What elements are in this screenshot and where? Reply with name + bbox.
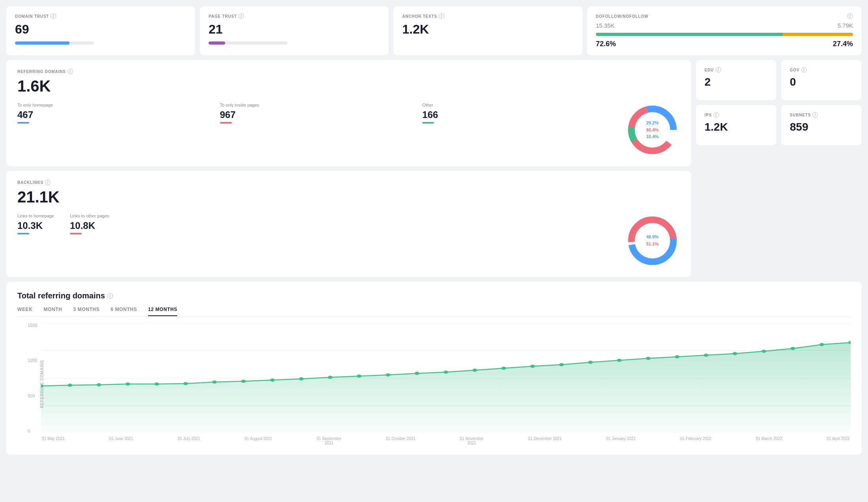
dofollow-counts: 15.35K 5.79K — [596, 22, 853, 29]
ref-stat-homepage-label: To only homepage — [17, 102, 220, 108]
y-ticks: 0 500 1000 1500 — [28, 323, 37, 433]
x-label-1: 01 June 2021 — [109, 436, 133, 445]
domain-trust-info-icon[interactable]: i — [51, 13, 56, 19]
backlinks-value: 21.1K — [17, 188, 680, 206]
backlinks-stats: Links to homepage 10.3K Links to other p… — [17, 213, 615, 234]
small-stats-bottom-row: IPS i 1.2K SUBNETS i 859 — [696, 105, 862, 145]
x-label-2: 01 July 2021 — [178, 436, 200, 445]
domain-trust-value: 69 — [15, 22, 186, 37]
chart-svg — [41, 323, 851, 433]
ref-stat-inside-label: To only inside pages — [220, 102, 423, 108]
backlinks-other-pages: Links to other pages 10.8K — [70, 213, 109, 234]
svg-point-12 — [126, 382, 130, 386]
tab-3months[interactable]: 3 MONTHS — [73, 307, 100, 316]
edu-label: EDU i — [705, 67, 768, 73]
chart-info-icon[interactable]: i — [107, 293, 113, 299]
ref-stat-homepage-value: 467 — [17, 109, 220, 120]
referring-domains-label: REFERRING DOMAINS i — [17, 69, 680, 74]
svg-point-33 — [733, 352, 737, 355]
ref-stat-inside-value: 967 — [220, 109, 423, 120]
anchor-texts-info-icon[interactable]: i — [439, 13, 444, 19]
page-trust-value: 21 — [209, 22, 380, 37]
ips-info-icon[interactable]: i — [714, 112, 719, 118]
chart-section: Total referring domains i WEEK MONTH 3 M… — [6, 282, 862, 455]
dofollow-bar-green — [596, 33, 783, 36]
page-trust-bar — [209, 41, 287, 45]
backlinks-donut-pct2: 51.1% — [646, 241, 658, 248]
dofollow-bar-orange — [783, 33, 853, 36]
svg-point-23 — [443, 371, 448, 374]
svg-point-25 — [502, 367, 506, 370]
svg-point-26 — [530, 365, 535, 368]
donut-label: 29.2% 60.4% 10.4% — [646, 120, 658, 140]
tab-12months[interactable]: 12 MONTHS — [148, 307, 177, 316]
small-stats-panel: EDU i 2 GOV i 0 IPS i — [696, 60, 862, 277]
dofollow-bar — [596, 33, 853, 36]
svg-point-31 — [675, 355, 680, 358]
chart-svg-wrap: 01 May 2021 01 June 2021 01 July 2021 01… — [41, 323, 851, 445]
tab-month[interactable]: MONTH — [43, 307, 62, 316]
svg-point-27 — [559, 363, 564, 366]
gov-label: GOV i — [790, 67, 853, 73]
x-label-10: 01 March 2022 — [756, 436, 782, 445]
x-label-11: 01 April 2022 — [827, 436, 850, 445]
svg-point-14 — [183, 382, 188, 385]
gov-value: 0 — [790, 76, 853, 88]
y-tick-500: 500 — [28, 393, 37, 398]
subnets-info-icon[interactable]: i — [812, 112, 818, 118]
dofollow-right-count: 5.79K — [838, 22, 853, 29]
backlinks-homepage: Links to homepage 10.3K — [17, 213, 54, 234]
ips-card: IPS i 1.2K — [696, 105, 776, 145]
referring-domains-stats: To only homepage 467 To only inside page… — [17, 102, 680, 157]
x-label-7: 01 December 2021 — [528, 436, 562, 445]
dofollow-label: DOFOLLOW/NOFOLLOW i — [596, 13, 853, 19]
svg-point-21 — [386, 373, 391, 376]
svg-point-18 — [299, 377, 304, 380]
page-trust-bar-fill — [209, 41, 225, 45]
x-label-0: 01 May 2021 — [42, 436, 65, 445]
backlinks-homepage-label: Links to homepage — [17, 213, 54, 219]
tab-week[interactable]: WEEK — [17, 307, 32, 316]
backlinks-card: BACKLINKS i 21.1K Links to homepage 10.3… — [6, 171, 691, 277]
x-label-5: 01 October 2021 — [386, 436, 415, 445]
svg-point-34 — [762, 350, 767, 353]
subnets-card: SUBNETS i 859 — [781, 105, 862, 145]
tab-6months[interactable]: 6 MONTHS — [111, 307, 137, 316]
page-trust-card: PAGE TRUST i 21 — [200, 6, 389, 55]
svg-point-20 — [357, 375, 362, 378]
referring-domains-info-icon[interactable]: i — [68, 69, 73, 74]
ref-stat-other-bar — [422, 122, 434, 124]
gov-card: GOV i 0 — [781, 60, 862, 100]
donut-pct3: 10.4% — [646, 133, 658, 140]
dofollow-info-icon[interactable]: i — [847, 13, 853, 19]
edu-value: 2 — [705, 76, 768, 88]
small-stats-top-row: EDU i 2 GOV i 0 — [696, 60, 862, 100]
donut-pct1: 29.2% — [646, 120, 658, 127]
svg-point-15 — [212, 380, 217, 384]
ref-stat-homepage: To only homepage 467 — [17, 102, 220, 124]
domain-trust-card: DOMAIN TRUST i 69 — [6, 6, 195, 55]
page-trust-info-icon[interactable]: i — [239, 13, 244, 19]
svg-point-16 — [241, 380, 246, 383]
y-tick-0: 0 — [28, 429, 37, 433]
y-tick-1500: 1500 — [28, 323, 37, 328]
backlinks-homepage-bar — [17, 233, 29, 234]
gov-info-icon[interactable]: i — [801, 67, 807, 73]
x-axis-labels: 01 May 2021 01 June 2021 01 July 2021 01… — [41, 436, 851, 445]
ref-stat-other-label: Other — [422, 102, 625, 108]
chart-tabs: WEEK MONTH 3 MONTHS 6 MONTHS 12 MONTHS — [17, 307, 851, 317]
x-label-3: 01 August 2021 — [244, 436, 272, 445]
backlinks-info-icon[interactable]: i — [45, 180, 51, 185]
svg-point-28 — [588, 361, 593, 364]
dofollow-pcts: 72.6% 27.4% — [596, 40, 853, 48]
backlinks-donut-label: 48.9% 51.1% — [646, 234, 658, 247]
svg-point-19 — [328, 376, 333, 379]
backlinks-donut: 48.9% 51.1% — [625, 213, 680, 268]
anchor-texts-value: 1.2K — [402, 22, 573, 37]
domain-trust-bar — [15, 41, 94, 45]
chart-title: Total referring domains i — [17, 291, 851, 300]
anchor-texts-card: ANCHOR TEXTS i 1.2K — [393, 6, 582, 55]
edu-info-icon[interactable]: i — [716, 67, 721, 73]
dofollow-left-pct: 72.6% — [596, 40, 616, 48]
ref-stat-other-value: 166 — [422, 109, 625, 120]
